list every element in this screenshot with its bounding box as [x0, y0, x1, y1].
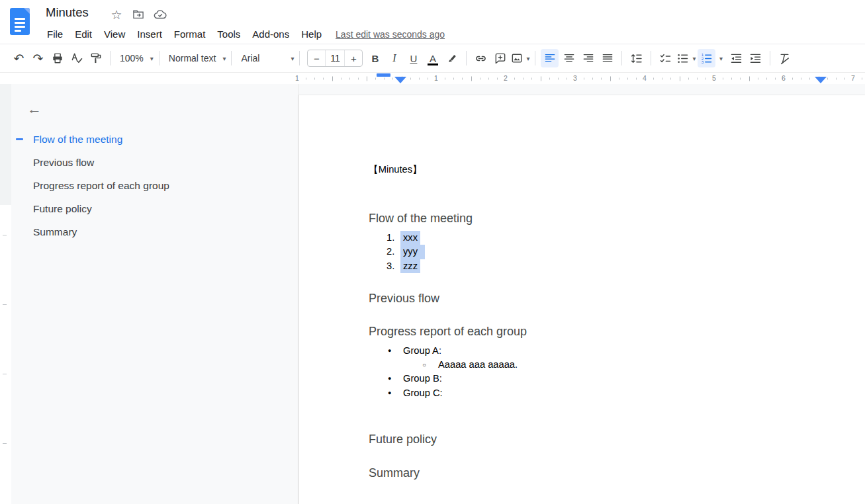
- doc-paragraph-title[interactable]: 【Minutes】: [369, 163, 839, 176]
- numbered-list-dropdown[interactable]: ▾: [717, 49, 726, 67]
- bullet-icon: ●: [388, 386, 403, 400]
- selected-text[interactable]: yyy: [400, 245, 425, 259]
- line-spacing-button[interactable]: [627, 49, 645, 67]
- google-docs-logo-icon[interactable]: [10, 8, 30, 35]
- insert-comment-button[interactable]: [491, 49, 509, 67]
- list-item[interactable]: ● Group C:: [369, 386, 839, 400]
- outline-item-future-policy[interactable]: Future policy: [11, 197, 298, 220]
- font-family-select[interactable]: Arial ▾: [237, 49, 294, 67]
- print-icon: [51, 52, 64, 65]
- text-color-button[interactable]: A: [424, 49, 441, 67]
- doc-heading-flow[interactable]: Flow of the meeting: [369, 210, 839, 226]
- first-line-indent-marker[interactable]: [377, 73, 390, 77]
- highlight-icon: [445, 52, 459, 65]
- last-edit-link[interactable]: Last edit was seconds ago: [336, 29, 445, 40]
- left-indent-marker[interactable]: [394, 77, 406, 83]
- redo-button[interactable]: ↷: [29, 49, 47, 67]
- logo-line: [15, 22, 25, 24]
- italic-button[interactable]: I: [385, 49, 403, 67]
- logo-line: [15, 18, 25, 20]
- checklist-button[interactable]: [657, 49, 674, 67]
- outline-item-flow-of-the-meeting[interactable]: Flow of the meeting: [11, 128, 298, 151]
- menu-bar: File Edit View Insert Format Tools Add-o…: [41, 26, 445, 42]
- list-item[interactable]: 1. xxx: [369, 231, 839, 245]
- star-icon[interactable]: ☆: [109, 7, 124, 22]
- list-item[interactable]: ● Group A:: [369, 344, 839, 358]
- menu-insert[interactable]: Insert: [131, 26, 168, 42]
- decrease-indent-button[interactable]: [727, 49, 745, 67]
- ruler-inch-label: 4: [643, 74, 647, 82]
- font-size-input[interactable]: 11: [325, 50, 345, 66]
- insert-image-button[interactable]: ▾: [510, 49, 529, 67]
- clear-formatting-icon: [778, 52, 792, 65]
- outline-item-progress-report[interactable]: Progress report of each group: [11, 174, 298, 197]
- menu-addons[interactable]: Add-ons: [246, 26, 295, 42]
- menu-view[interactable]: View: [98, 26, 131, 42]
- bold-button[interactable]: B: [366, 49, 384, 67]
- paint-format-icon: [89, 52, 103, 65]
- toolbar-divider: [770, 51, 770, 65]
- toolbar-divider: [159, 51, 159, 65]
- menu-tools[interactable]: Tools: [211, 26, 246, 42]
- menu-format[interactable]: Format: [168, 26, 212, 42]
- zoom-select[interactable]: 100% ▾: [116, 49, 154, 67]
- list-item[interactable]: 3. zzz: [369, 259, 839, 273]
- logo-line: [15, 30, 21, 32]
- highlight-color-button[interactable]: [443, 49, 461, 67]
- increase-indent-button[interactable]: [747, 49, 764, 67]
- ruler-inch-label: 1: [295, 74, 299, 82]
- menu-file[interactable]: File: [41, 26, 69, 42]
- numbered-list-button[interactable]: 123: [698, 49, 715, 67]
- toolbar-divider: [466, 51, 467, 65]
- align-right-icon: [582, 52, 595, 65]
- insert-link-button[interactable]: [472, 49, 490, 67]
- close-outline-button[interactable]: ←: [27, 102, 42, 116]
- toolbar-divider: [299, 51, 300, 65]
- link-icon: [474, 52, 488, 65]
- logo-fold: [24, 8, 30, 14]
- align-left-button[interactable]: [541, 49, 559, 67]
- doc-heading-progress[interactable]: Progress report of each group: [369, 323, 839, 339]
- paragraph-style-select[interactable]: Normal text ▾: [165, 49, 226, 67]
- toolbar-divider: [621, 51, 622, 65]
- redo-icon: ↷: [33, 52, 44, 65]
- document-page[interactable]: 【Minutes】 Flow of the meeting 1. xxx 2. …: [298, 95, 865, 504]
- menu-help[interactable]: Help: [295, 26, 328, 42]
- cloud-saved-icon[interactable]: [152, 7, 168, 22]
- document-body: 【Minutes】 Flow of the meeting 1. xxx 2. …: [299, 95, 865, 481]
- toolbar-divider: [535, 51, 535, 65]
- right-indent-marker[interactable]: [815, 77, 827, 83]
- list-subitem[interactable]: ○ Aaaaa aaa aaaaa.: [369, 358, 839, 372]
- ruler-inch-label: 2: [504, 74, 508, 82]
- align-justify-button[interactable]: [598, 49, 616, 67]
- spellcheck-button[interactable]: [68, 49, 85, 67]
- font-size-decrease-button[interactable]: −: [308, 50, 325, 66]
- line-spacing-icon: [629, 52, 643, 65]
- document-title[interactable]: Minutes: [46, 5, 89, 20]
- underline-button[interactable]: U: [404, 49, 422, 67]
- print-button[interactable]: [48, 49, 66, 67]
- align-right-button[interactable]: [579, 49, 597, 67]
- outline-item-previous-flow[interactable]: Previous flow: [11, 151, 298, 174]
- bullet-list-button[interactable]: ▾: [676, 49, 696, 67]
- font-size-increase-button[interactable]: +: [345, 50, 362, 66]
- ruler-inch-label: 5: [712, 74, 716, 82]
- undo-button[interactable]: ↶: [10, 49, 28, 67]
- align-center-button[interactable]: [560, 49, 578, 67]
- doc-heading-summary[interactable]: Summary: [369, 465, 839, 481]
- list-item[interactable]: 2. yyy: [369, 245, 839, 259]
- document-outline-panel: ← Flow of the meeting Previous flow Prog…: [11, 84, 298, 504]
- selected-text[interactable]: xxx: [400, 231, 420, 245]
- vertical-ruler: [0, 84, 11, 504]
- doc-heading-future[interactable]: Future policy: [369, 431, 839, 447]
- menu-edit[interactable]: Edit: [69, 26, 98, 42]
- chevron-down-icon: ▾: [719, 55, 723, 62]
- list-item[interactable]: ● Group B:: [369, 372, 839, 386]
- selected-text[interactable]: zzz: [400, 259, 420, 273]
- outline-item-summary[interactable]: Summary: [11, 220, 298, 243]
- svg-text:3: 3: [701, 60, 704, 64]
- move-folder-icon[interactable]: [130, 7, 146, 22]
- paint-format-button[interactable]: [87, 49, 105, 67]
- clear-formatting-button[interactable]: [776, 49, 794, 67]
- doc-heading-previous[interactable]: Previous flow: [369, 290, 839, 306]
